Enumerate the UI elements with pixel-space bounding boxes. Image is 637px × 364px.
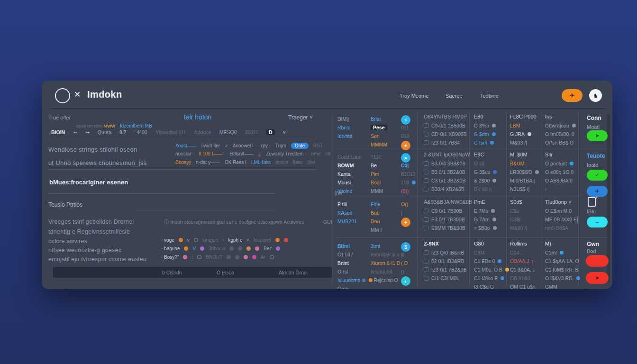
meta-link[interactable]: Idzemtbern MB [120,123,152,128]
checkbox-row[interactable]: B3-0/4 3B8&0B [424,161,465,166]
status-item-1[interactable]: b Clsodn [162,270,182,275]
token[interactable]: kgph c [228,237,242,243]
confirm-button[interactable]: ➤ [587,130,608,141]
token[interactable]: · Bosy?″ [161,255,179,260]
status-dot[interactable] [276,246,280,251]
token[interactable]: ˅ [283,129,286,135]
checkbox-icon[interactable] [424,259,428,264]
approve-button[interactable]: ✓ [587,170,608,181]
token[interactable]: · voge [161,237,174,243]
status-item-3[interactable]: Aldctrn Orno. [279,270,308,275]
token[interactable]: Quora [98,129,111,135]
status-dot[interactable] [498,259,501,263]
status-dot[interactable] [492,179,496,182]
status-circle-icon[interactable]: $ [401,242,410,252]
status-dot[interactable] [194,238,198,242]
token[interactable]: ˅ [246,237,249,243]
status-dot[interactable] [238,246,242,251]
status-circle-icon[interactable]: ✦ [401,141,410,150]
checkbox-row[interactable]: IZ3 /)/1 7B2&0B [424,267,467,273]
token[interactable]: Ar [261,255,265,260]
token[interactable]: BNOU? [206,255,222,260]
status-dot[interactable] [270,255,274,259]
status-dot[interactable] [412,181,416,184]
status-dot[interactable] [560,251,564,255]
nav-item-3[interactable]: Tedbine [480,93,499,99]
traeger-dropdown[interactable]: Traeger ˅ [288,114,313,121]
checkbox-row[interactable]: C3 0/1 3B2&0B [424,178,465,183]
status-dot[interactable] [252,255,256,259]
status-dot[interactable] [492,132,496,136]
minimize-button[interactable]: − [587,217,608,228]
status-dot[interactable] [492,218,496,221]
checkbox-row[interactable]: IZ3 Q/0 IB&RB [424,250,464,255]
status-circle-icon[interactable]: ✦ [401,218,410,227]
token[interactable]: strugeo [202,237,218,243]
status-dot[interactable] [490,141,494,145]
checkbox-row[interactable]: 02 0/1 IB3&RB [424,258,464,264]
token[interactable]: ′ 4⁄ 00 [135,129,147,135]
checkbox-row[interactable]: CD-0/1 XB900B [424,131,467,137]
status-dot[interactable] [535,170,539,174]
status-dot[interactable] [229,246,234,251]
checkbox-row[interactable]: B30/4 XB2&0B [424,186,464,192]
checkbox-icon[interactable] [424,178,428,183]
checkbox-icon[interactable] [424,123,428,128]
status-dot[interactable] [570,162,573,165]
token[interactable]: ➳ [73,129,77,135]
checkbox-icon[interactable] [424,250,428,255]
nav-item-1[interactable]: Troy Meome [400,93,428,99]
token[interactable]: Yttooottwl 111 [155,129,186,135]
token[interactable]: 20011 [245,129,258,135]
stop-button[interactable] [586,255,609,267]
token[interactable]: BIOIN [51,129,65,135]
token[interactable]: ↪ [85,129,90,135]
status-dot[interactable] [275,238,280,242]
token[interactable]: D [266,129,275,135]
checkbox-icon[interactable] [424,161,428,166]
status-dot[interactable] [197,255,201,259]
status-dot[interactable] [284,238,288,242]
token[interactable]: MESQ0 [219,129,237,135]
status-dot[interactable] [572,124,576,127]
avatar-button[interactable]: ♞ [589,89,602,102]
status-circle-icon[interactable]: ⚡ [401,115,410,125]
status-dot[interactable] [235,255,239,259]
checkbox-icon[interactable] [424,132,428,136]
status-dot[interactable] [244,255,248,259]
token[interactable]: · [222,237,224,243]
token[interactable]: : [191,255,193,260]
status-circle-icon[interactable]: ➤ [401,153,410,163]
status-dot[interactable] [493,226,497,230]
reject-button[interactable]: ➤ [586,272,609,284]
token[interactable]: · bagune [161,246,180,251]
status-dot[interactable] [491,209,495,213]
status-dot[interactable] [255,246,259,251]
status-dot[interactable] [227,255,231,259]
status-dot[interactable] [493,170,497,174]
checkbox-row[interactable]: E3 0/1 7B300B [424,217,465,222]
nav-item-2[interactable]: Saeree [446,93,462,99]
token[interactable]: 8.7 [119,129,127,135]
token[interactable]: Adddon [194,129,211,135]
status-dot[interactable] [246,246,251,251]
token[interactable]: v [187,237,190,243]
token[interactable]: Iosnewd [254,237,271,243]
checkbox-row[interactable]: C9-0/1 1B500B [424,123,465,128]
checkbox-icon[interactable] [424,170,428,174]
token[interactable]: Bez [264,246,272,251]
status-dot[interactable] [179,238,183,242]
status-circle-icon[interactable]: ◐ [401,276,410,286]
checkbox-row[interactable]: C/1 C3/ M0L [424,275,459,281]
status-dot[interactable] [528,132,531,136]
checkbox-icon[interactable] [424,187,428,191]
token[interactable]: V [192,246,196,251]
status-dot[interactable] [184,246,188,251]
checkbox-icon[interactable] [424,217,428,222]
checkbox-row[interactable]: IZ3 0/1 7B84 [424,140,460,146]
status-dot[interactable] [369,278,373,282]
primary-action-button[interactable]: ✈ [562,89,582,102]
status-dot[interactable] [183,255,187,259]
checkbox-icon[interactable] [424,276,428,281]
status-dot[interactable] [200,246,204,251]
